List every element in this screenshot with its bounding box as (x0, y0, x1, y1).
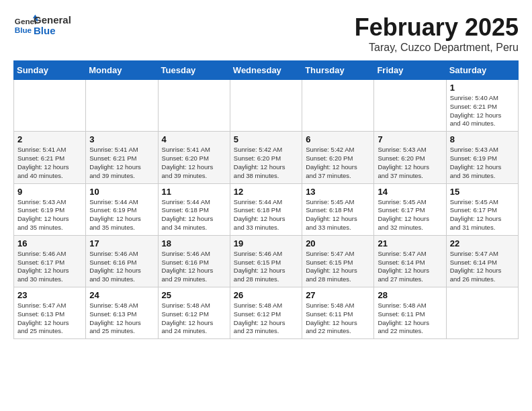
day-cell-22: 22Sunrise: 5:47 AM Sunset: 6:14 PM Dayli… (446, 235, 518, 287)
day-cell-19: 19Sunrise: 5:46 AM Sunset: 6:15 PM Dayli… (230, 235, 302, 287)
empty-cell (446, 287, 518, 339)
week-row-1: 1Sunrise: 5:40 AM Sunset: 6:21 PM Daylig… (14, 80, 519, 132)
day-cell-27: 27Sunrise: 5:48 AM Sunset: 6:11 PM Dayli… (302, 287, 374, 339)
empty-cell (158, 80, 230, 132)
day-info: Sunrise: 5:45 AM Sunset: 6:18 PM Dayligh… (306, 198, 370, 232)
day-info: Sunrise: 5:43 AM Sunset: 6:19 PM Dayligh… (17, 198, 82, 232)
day-number: 24 (89, 290, 154, 300)
day-cell-5: 5Sunrise: 5:42 AM Sunset: 6:20 PM Daylig… (230, 132, 302, 183)
logo-blue: Blue (34, 26, 71, 37)
day-cell-25: 25Sunrise: 5:48 AM Sunset: 6:12 PM Dayli… (158, 287, 230, 339)
month-title: February 2025 (355, 13, 519, 42)
day-number: 19 (234, 238, 298, 248)
day-info: Sunrise: 5:46 AM Sunset: 6:17 PM Dayligh… (17, 250, 82, 284)
day-cell-24: 24Sunrise: 5:48 AM Sunset: 6:13 PM Dayli… (86, 287, 158, 339)
day-number: 20 (306, 238, 370, 248)
day-number: 21 (378, 238, 442, 248)
day-cell-7: 7Sunrise: 5:43 AM Sunset: 6:20 PM Daylig… (374, 132, 446, 183)
day-number: 6 (306, 134, 370, 144)
day-cell-15: 15Sunrise: 5:45 AM Sunset: 6:17 PM Dayli… (446, 183, 518, 235)
day-info: Sunrise: 5:41 AM Sunset: 6:20 PM Dayligh… (162, 146, 226, 180)
day-info: Sunrise: 5:45 AM Sunset: 6:17 PM Dayligh… (378, 198, 442, 232)
day-cell-6: 6Sunrise: 5:42 AM Sunset: 6:20 PM Daylig… (302, 132, 374, 183)
weekday-header-tuesday: Tuesday (158, 61, 230, 80)
week-row-3: 9Sunrise: 5:43 AM Sunset: 6:19 PM Daylig… (14, 183, 519, 235)
day-cell-4: 4Sunrise: 5:41 AM Sunset: 6:20 PM Daylig… (158, 132, 230, 183)
day-info: Sunrise: 5:48 AM Sunset: 6:13 PM Dayligh… (89, 302, 154, 336)
day-info: Sunrise: 5:48 AM Sunset: 6:12 PM Dayligh… (234, 302, 298, 336)
day-cell-13: 13Sunrise: 5:45 AM Sunset: 6:18 PM Dayli… (302, 183, 374, 235)
day-number: 17 (89, 238, 154, 248)
day-cell-28: 28Sunrise: 5:48 AM Sunset: 6:11 PM Dayli… (374, 287, 446, 339)
day-number: 2 (17, 134, 82, 144)
day-number: 25 (162, 290, 226, 300)
day-info: Sunrise: 5:47 AM Sunset: 6:15 PM Dayligh… (306, 250, 370, 284)
empty-cell (86, 80, 158, 132)
day-number: 10 (89, 187, 154, 197)
day-cell-10: 10Sunrise: 5:44 AM Sunset: 6:19 PM Dayli… (86, 183, 158, 235)
day-cell-17: 17Sunrise: 5:46 AM Sunset: 6:16 PM Dayli… (86, 235, 158, 287)
day-number: 15 (450, 187, 515, 197)
weekday-header-monday: Monday (86, 61, 158, 80)
day-number: 23 (17, 290, 82, 300)
day-info: Sunrise: 5:44 AM Sunset: 6:18 PM Dayligh… (162, 198, 226, 232)
day-info: Sunrise: 5:47 AM Sunset: 6:13 PM Dayligh… (17, 302, 82, 336)
weekday-header-row: SundayMondayTuesdayWednesdayThursdayFrid… (14, 61, 519, 80)
weekday-header-friday: Friday (374, 61, 446, 80)
day-number: 26 (234, 290, 298, 300)
empty-cell (374, 80, 446, 132)
day-info: Sunrise: 5:43 AM Sunset: 6:19 PM Dayligh… (450, 146, 515, 180)
day-info: Sunrise: 5:47 AM Sunset: 6:14 PM Dayligh… (378, 250, 442, 284)
day-info: Sunrise: 5:43 AM Sunset: 6:20 PM Dayligh… (378, 146, 442, 180)
day-number: 12 (234, 187, 298, 197)
day-number: 3 (89, 134, 154, 144)
day-number: 5 (234, 134, 298, 144)
weekday-header-sunday: Sunday (14, 61, 86, 80)
day-number: 14 (378, 187, 442, 197)
day-info: Sunrise: 5:48 AM Sunset: 6:11 PM Dayligh… (306, 302, 370, 336)
empty-cell (230, 80, 302, 132)
day-number: 8 (450, 134, 515, 144)
day-cell-3: 3Sunrise: 5:41 AM Sunset: 6:21 PM Daylig… (86, 132, 158, 183)
week-row-2: 2Sunrise: 5:41 AM Sunset: 6:21 PM Daylig… (14, 132, 519, 183)
day-number: 28 (378, 290, 442, 300)
weekday-header-wednesday: Wednesday (230, 61, 302, 80)
day-info: Sunrise: 5:44 AM Sunset: 6:19 PM Dayligh… (89, 198, 154, 232)
day-cell-20: 20Sunrise: 5:47 AM Sunset: 6:15 PM Dayli… (302, 235, 374, 287)
day-info: Sunrise: 5:46 AM Sunset: 6:16 PM Dayligh… (89, 250, 154, 284)
logo: General Blue General Blue (13, 13, 71, 38)
day-info: Sunrise: 5:46 AM Sunset: 6:15 PM Dayligh… (234, 250, 298, 284)
day-cell-12: 12Sunrise: 5:44 AM Sunset: 6:18 PM Dayli… (230, 183, 302, 235)
day-cell-9: 9Sunrise: 5:43 AM Sunset: 6:19 PM Daylig… (14, 183, 86, 235)
day-info: Sunrise: 5:42 AM Sunset: 6:20 PM Dayligh… (234, 146, 298, 180)
title-block: February 2025 Taray, Cuzco Department, P… (355, 13, 519, 54)
day-info: Sunrise: 5:45 AM Sunset: 6:17 PM Dayligh… (450, 198, 515, 232)
calendar-table: SundayMondayTuesdayWednesdayThursdayFrid… (13, 60, 519, 339)
day-cell-2: 2Sunrise: 5:41 AM Sunset: 6:21 PM Daylig… (14, 132, 86, 183)
day-cell-26: 26Sunrise: 5:48 AM Sunset: 6:12 PM Dayli… (230, 287, 302, 339)
empty-cell (14, 80, 86, 132)
location-subtitle: Taray, Cuzco Department, Peru (355, 42, 519, 54)
svg-text:Blue: Blue (15, 26, 32, 34)
day-cell-16: 16Sunrise: 5:46 AM Sunset: 6:17 PM Dayli… (14, 235, 86, 287)
day-info: Sunrise: 5:40 AM Sunset: 6:21 PM Dayligh… (450, 94, 515, 128)
weekday-header-thursday: Thursday (302, 61, 374, 80)
day-info: Sunrise: 5:41 AM Sunset: 6:21 PM Dayligh… (17, 146, 82, 180)
page-header: General Blue General Blue February 2025 … (13, 13, 519, 54)
day-number: 27 (306, 290, 370, 300)
day-cell-18: 18Sunrise: 5:46 AM Sunset: 6:16 PM Dayli… (158, 235, 230, 287)
logo-general: General (34, 15, 71, 26)
day-number: 16 (17, 238, 82, 248)
day-info: Sunrise: 5:47 AM Sunset: 6:14 PM Dayligh… (450, 250, 515, 284)
day-number: 1 (450, 83, 515, 93)
day-info: Sunrise: 5:41 AM Sunset: 6:21 PM Dayligh… (89, 146, 154, 180)
weekday-header-saturday: Saturday (446, 61, 518, 80)
week-row-4: 16Sunrise: 5:46 AM Sunset: 6:17 PM Dayli… (14, 235, 519, 287)
day-number: 11 (162, 187, 226, 197)
day-info: Sunrise: 5:48 AM Sunset: 6:11 PM Dayligh… (378, 302, 442, 336)
week-row-5: 23Sunrise: 5:47 AM Sunset: 6:13 PM Dayli… (14, 287, 519, 339)
day-info: Sunrise: 5:42 AM Sunset: 6:20 PM Dayligh… (306, 146, 370, 180)
day-cell-8: 8Sunrise: 5:43 AM Sunset: 6:19 PM Daylig… (446, 132, 518, 183)
day-cell-11: 11Sunrise: 5:44 AM Sunset: 6:18 PM Dayli… (158, 183, 230, 235)
day-number: 13 (306, 187, 370, 197)
